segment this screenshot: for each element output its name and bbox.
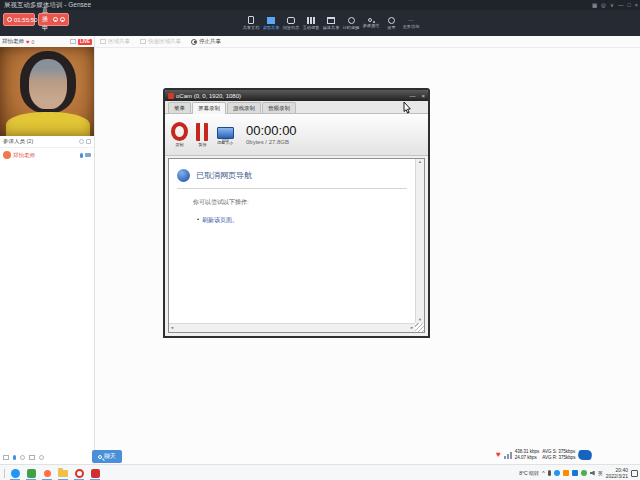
taskbar-app-explorer[interactable] [57,465,69,480]
pause-button[interactable]: 暂停 [196,122,208,147]
taskbar-clock[interactable]: 20:40 2022/3/21 [606,467,628,479]
red-app-icon [91,469,100,478]
toolbar-item-more[interactable]: ··· 更多功能 [401,10,421,36]
action-center-icon[interactable] [631,470,638,477]
scroll-right-icon[interactable]: ► [410,325,414,331]
share-sub-toolbar: 区域共享 快速区域共享 停止共享 [95,36,640,48]
refresh-icon[interactable] [79,139,84,144]
wechat-icon [27,469,36,478]
clock-icon [7,17,12,22]
weather-widget[interactable]: 8°C 晴转 [519,470,539,476]
keyboard-icon[interactable] [29,455,35,460]
ocam-icon [75,469,84,478]
signal-bars-icon [504,452,512,459]
taskbar-app-firefox[interactable] [41,465,53,480]
invite-icon[interactable] [86,139,91,144]
vertical-scrollbar[interactable]: ▲ ▼ [415,159,424,323]
resize-button[interactable]: 调整大小 [216,124,234,145]
live-status-button[interactable]: 直播中 [38,13,69,26]
participant-row[interactable]: 郑怡老师 [0,148,94,162]
chevron-down-icon[interactable]: ∨ [610,0,614,10]
pause-circle-icon[interactable] [53,17,58,22]
tray-app-orange-icon[interactable] [563,470,569,476]
chat-button[interactable]: 聊天 [92,450,122,463]
layout-grid-icon[interactable]: ▦ [592,0,597,10]
mic-icon[interactable] [80,153,83,158]
settings-icon[interactable] [39,455,44,460]
ocam-close-button[interactable]: × [421,93,425,99]
chat-bubble-icon [287,17,295,24]
stop-share-button[interactable]: 停止共享 [191,38,221,45]
heart-icon[interactable]: ♥ [26,39,30,45]
taskbar-app-browser[interactable] [9,465,21,480]
participants-header[interactable]: 参课人员 (2) [0,136,94,148]
presenter-name: 郑怡老师 [2,38,24,45]
quick-share-icon [140,39,146,44]
toolbar-item-media-share[interactable]: 媒体共享 [321,10,341,36]
user-icon[interactable] [20,455,25,460]
avatar [3,151,11,159]
info-icon [177,169,190,182]
toolbar-item-qa-list[interactable]: 问答列表 [281,10,301,36]
tray-expand-icon[interactable]: ^ [542,470,545,476]
tray-app-green-icon[interactable] [581,470,587,476]
ocam-titlebar[interactable]: oCam (0, 0, 1920, 1080) — × [165,90,428,101]
gear-icon[interactable]: ◎ [601,0,606,10]
close-button[interactable]: × [635,0,638,10]
participant-name: 郑怡老师 [13,152,35,159]
live-status-label: 直播中 [42,6,51,33]
layout-list-icon[interactable] [70,39,76,44]
region-share-button[interactable]: 区域共享 [100,38,130,45]
ocam-app-icon [168,93,174,99]
maximize-button[interactable]: □ [627,0,630,10]
clock-date: 2022/3/21 [606,473,628,479]
taskbar-app-red[interactable] [89,465,101,480]
horizontal-scrollbar[interactable]: ◄ ► [169,323,415,332]
taskbar-app-wechat[interactable] [25,465,37,480]
stop-icon [191,39,197,45]
mic-icon[interactable] [548,470,551,476]
speaker-icon[interactable] [590,471,595,476]
tab-game-record[interactable]: 游戏录制 [227,102,261,113]
toolbar-item-survey[interactable]: 互动调查 [301,10,321,36]
taskbar-app-ocam[interactable] [73,465,85,480]
scroll-up-icon[interactable]: ▲ [418,159,422,165]
window-controls: ▦ ◎ ∨ — □ × [592,0,638,10]
scroll-left-icon[interactable]: ◄ [170,325,174,331]
toolbar-item-attendee-props[interactable]: 参课属性 [361,10,381,36]
ocam-minimize-button[interactable]: — [409,93,415,99]
ocam-window: oCam (0, 0, 1920, 1080) — × 菜单 屏幕录制 游戏录制… [163,88,430,338]
toolbar-item-timer-reminder[interactable]: 计时提醒 [341,10,361,36]
tray-app-baidu-icon[interactable] [572,470,578,476]
divider [177,188,407,189]
refresh-page-link[interactable]: 刷新该页面。 [202,216,238,225]
resize-grip[interactable] [415,323,424,332]
tab-screen-record[interactable]: 屏幕录制 [192,102,226,114]
page-content: 已取消网页导航 你可以尝试以下操作: • 刷新该页面。 [169,159,415,323]
input-method-indicator[interactable]: 英 [598,470,603,476]
video-icon[interactable] [3,455,9,460]
webcam-video[interactable] [0,47,94,136]
bullet-icon: • [197,216,199,225]
tab-menu[interactable]: 菜单 [168,102,191,113]
mic-icon[interactable] [13,455,16,460]
minimize-button[interactable]: — [618,0,624,10]
taskbar-apps [4,465,101,480]
stop-circle-icon[interactable] [60,17,65,22]
tray-app-blue-icon[interactable] [554,470,560,476]
presenter-header: 郑怡老师 ♥ 0 LIVE [0,36,94,47]
heart-icon: ♥ [496,452,501,458]
camera-icon[interactable] [85,153,91,157]
page-tip: 你可以尝试以下操作: [193,198,415,207]
taskbar: 8°C 晴转 ^ 英 20:40 2022/3/21 [0,464,640,480]
toolbar-item-settings[interactable]: 设置 [381,10,401,36]
tab-audio-record[interactable]: 音频录制 [262,102,296,113]
taskbar-separator [4,469,5,478]
toolbar-item-desktop-share[interactable]: 桌面共享 [261,10,281,36]
bar-chart-icon [307,17,315,24]
quick-region-share-button[interactable]: 快速区域共享 [140,38,181,45]
toolbar-item-share-doc[interactable]: 共享文档 [241,10,261,36]
class-timer-button[interactable]: 01:55:50 [3,13,35,26]
firefox-icon [44,470,51,477]
record-button[interactable]: 录制 [171,122,188,147]
